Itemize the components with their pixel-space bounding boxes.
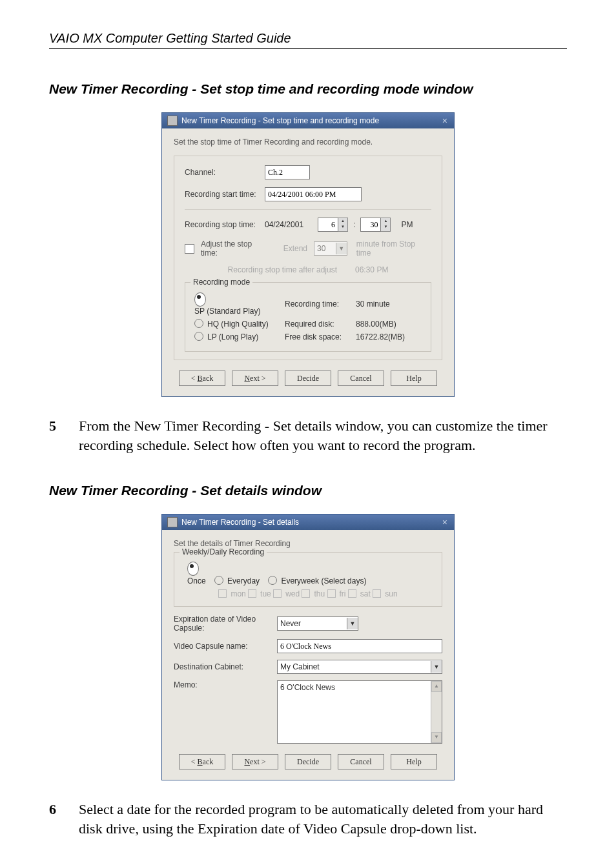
ampm-text: PM xyxy=(401,220,413,229)
step-6-number: 6 xyxy=(49,800,61,838)
stop-min-input[interactable] xyxy=(360,218,381,232)
next-button[interactable]: Next > xyxy=(232,754,278,769)
dialog-set-details: New Timer Recording - Set details × Set … xyxy=(161,514,455,780)
stop-min-stepper[interactable]: ▲▼ xyxy=(360,218,391,232)
chevron-down-icon[interactable]: ▼ xyxy=(347,618,358,629)
scrollbar[interactable]: ▲▼ xyxy=(431,681,442,743)
memo-value: 6 O'Clock News xyxy=(280,683,335,692)
dialog1-intro: Set the stop time of Timer Recording and… xyxy=(174,137,442,147)
radio-sp[interactable] xyxy=(194,292,206,307)
chevron-down-icon: ▼ xyxy=(336,243,347,254)
recording-time-value: 30 minute xyxy=(356,300,390,309)
radio-hq-label: HQ (High Quality) xyxy=(207,320,269,329)
guide-title: VAIO MX Computer Getting Started Guide xyxy=(49,31,567,49)
required-disk-label: Required disk: xyxy=(285,320,356,329)
close-icon[interactable]: × xyxy=(441,517,449,527)
memo-textarea[interactable]: 6 O'Clock News ▲▼ xyxy=(277,680,442,744)
capsule-name-label: Video Capsule name: xyxy=(174,642,271,651)
memo-label: Memo: xyxy=(174,680,271,689)
chk-tue xyxy=(248,589,256,598)
chk-thu xyxy=(302,589,310,598)
adjust-label: Adjust the stop time: xyxy=(201,239,271,258)
section1-title: New Timer Recording - Set stop time and … xyxy=(49,81,567,97)
weekly-daily-group: Weekly/Daily Recording Once Everyday Eve… xyxy=(174,552,442,607)
dialog2-title-text: New Timer Recording - Set details xyxy=(181,518,299,527)
extend-select: 30 ▼ xyxy=(314,241,347,256)
after-adjust-value: 06:30 PM xyxy=(355,265,388,274)
app-icon xyxy=(167,517,178,527)
stop-time-label: Recording stop time: xyxy=(185,220,262,229)
radio-once[interactable] xyxy=(187,562,199,576)
radio-everyweek-label: Everyweek (Select days) xyxy=(281,576,366,585)
radio-lp-label: LP (Long Play) xyxy=(207,332,258,341)
step-5: 5 From the New Timer Recording - Set det… xyxy=(49,416,567,454)
step-5-text: From the New Timer Recording - Set detai… xyxy=(79,416,567,454)
after-adjust-label: Recording stop time after adjust xyxy=(228,265,337,274)
stop-hour-input[interactable] xyxy=(318,218,338,232)
recording-mode-group: Recording mode SP (Standard Play) Record… xyxy=(185,282,431,352)
back-button[interactable]: < Back xyxy=(179,371,225,386)
radio-lp[interactable] xyxy=(194,332,203,341)
dialog2-titlebar: New Timer Recording - Set details × xyxy=(162,514,454,530)
next-button[interactable]: Next > xyxy=(232,371,278,386)
dialog2-button-row: < Back Next > Decide Cancel Help xyxy=(174,754,442,769)
chk-wed xyxy=(273,589,282,598)
dialog1-titlebar: New Timer Recording - Set stop time and … xyxy=(162,113,454,128)
recording-time-label: Recording time: xyxy=(285,300,356,309)
dialog2-intro: Set the details of Timer Recording xyxy=(174,539,442,548)
dialog1-button-row: < Back Next > Decide Cancel Help xyxy=(174,371,442,386)
expiration-value: Never xyxy=(280,619,301,628)
chk-mon xyxy=(218,589,227,598)
step-5-number: 5 xyxy=(49,416,61,454)
help-button[interactable]: Help xyxy=(391,371,437,386)
start-time-label: Recording start time: xyxy=(185,190,262,199)
required-disk-value: 888.00(MB) xyxy=(356,320,396,329)
extend-after-label: minute from Stop time xyxy=(356,239,431,258)
dialog1-title-text: New Timer Recording - Set stop time and … xyxy=(181,116,379,125)
capsule-name-input[interactable] xyxy=(277,639,442,653)
adjust-checkbox[interactable] xyxy=(185,244,194,254)
dialog1-fieldset: Channel: Recording start time: Recording… xyxy=(174,156,442,360)
cancel-button[interactable]: Cancel xyxy=(338,754,384,769)
spinner-icon[interactable]: ▲▼ xyxy=(338,218,348,232)
back-button[interactable]: < Back xyxy=(179,754,225,769)
days-row: mon tue wed thu fri sat sun xyxy=(183,589,433,598)
radio-hq[interactable] xyxy=(194,319,203,328)
channel-label: Channel: xyxy=(185,168,262,177)
radio-everyday-label: Everyday xyxy=(227,576,260,585)
section2-title: New Timer Recording - Set details window xyxy=(49,483,567,498)
help-button[interactable]: Help xyxy=(391,754,437,769)
scroll-up-icon[interactable]: ▲ xyxy=(431,681,442,692)
radio-everyweek[interactable] xyxy=(268,576,277,585)
chevron-down-icon[interactable]: ▼ xyxy=(431,661,442,673)
scroll-down-icon[interactable]: ▼ xyxy=(431,732,442,743)
colon: : xyxy=(353,220,355,229)
expiration-select[interactable]: Never ▼ xyxy=(277,616,358,631)
cancel-button[interactable]: Cancel xyxy=(338,371,384,386)
channel-input[interactable] xyxy=(265,165,310,179)
start-time-input[interactable] xyxy=(265,187,362,201)
weekly-daily-group-label: Weekly/Daily Recording xyxy=(180,547,267,556)
destination-cabinet-label: Destination Cabinet: xyxy=(174,662,271,671)
free-disk-value: 16722.82(MB) xyxy=(356,332,405,341)
app-icon xyxy=(167,116,178,126)
decide-button[interactable]: Decide xyxy=(285,754,331,769)
radio-sp-label: SP (Standard Play) xyxy=(194,307,261,316)
decide-button[interactable]: Decide xyxy=(285,371,331,386)
step-6: 6 Select a date for the recorded program… xyxy=(49,800,567,838)
step-6-text: Select a date for the recorded program t… xyxy=(79,800,567,838)
recording-mode-group-label: Recording mode xyxy=(190,278,252,287)
chk-sun xyxy=(373,589,381,598)
free-disk-label: Free disk space: xyxy=(285,332,356,341)
chk-sat xyxy=(348,589,356,598)
extend-value: 30 xyxy=(317,244,325,253)
radio-once-label: Once xyxy=(187,576,206,585)
dialog-stop-time: New Timer Recording - Set stop time and … xyxy=(161,112,455,397)
close-icon[interactable]: × xyxy=(441,116,449,126)
expiration-label: Expiration date of Video Capsule: xyxy=(174,615,271,633)
stop-hour-stepper[interactable]: ▲▼ xyxy=(318,218,348,232)
radio-everyday[interactable] xyxy=(214,576,223,585)
spinner-icon[interactable]: ▲▼ xyxy=(381,218,391,232)
destination-cabinet-value: My Cabinet xyxy=(280,662,320,671)
destination-cabinet-select[interactable]: My Cabinet ▼ xyxy=(277,660,442,674)
